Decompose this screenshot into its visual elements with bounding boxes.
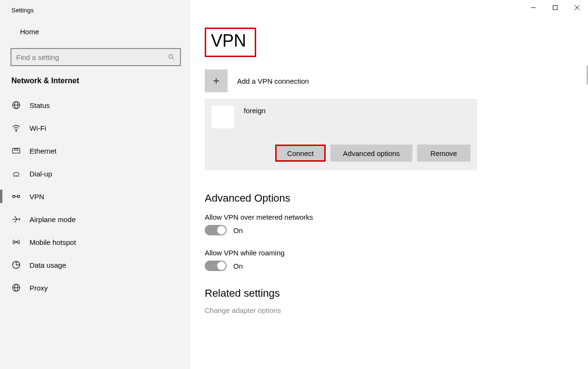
hotspot-icon: [11, 237, 21, 247]
vpn-entry-icon: [211, 106, 234, 128]
sidebar-item-hotspot[interactable]: Mobile hotspot: [0, 231, 190, 253]
ethernet-icon: [11, 146, 21, 155]
dialup-icon: [11, 169, 21, 178]
sidebar-item-wifi[interactable]: Wi-Fi: [0, 117, 190, 139]
wifi-icon: [11, 123, 21, 133]
sidebar-item-proxy[interactable]: Proxy: [0, 276, 190, 299]
svg-point-0: [169, 55, 173, 58]
related-settings-heading: Related settings: [205, 287, 588, 300]
sidebar-item-ethernet[interactable]: Ethernet: [0, 139, 190, 162]
vpn-entry[interactable]: foreign Connect Advanced options Remove: [205, 99, 477, 170]
sidebar-home-label: Home: [20, 28, 39, 36]
advanced-options-heading: Advanced Options: [205, 192, 588, 204]
sidebar-item-datausage[interactable]: Data usage: [0, 253, 190, 276]
advanced-options-button[interactable]: Advanced options: [330, 145, 412, 162]
svg-point-13: [16, 242, 17, 243]
sidebar-item-dialup[interactable]: Dial-up: [0, 162, 190, 185]
sidebar-home[interactable]: Home: [0, 23, 190, 39]
svg-line-1: [172, 58, 174, 59]
svg-point-11: [13, 195, 15, 198]
sidebar-item-status[interactable]: Status: [0, 94, 190, 117]
toggle-roaming[interactable]: [205, 261, 227, 271]
add-vpn-connection[interactable]: + Add a VPN connection: [205, 69, 588, 92]
change-adapter-options-link[interactable]: Change adapter options: [205, 306, 588, 314]
search-input[interactable]: [16, 53, 168, 61]
svg-point-9: [16, 175, 17, 176]
toggle-metered-value: On: [233, 226, 243, 234]
sidebar-item-label: Proxy: [30, 284, 48, 292]
sidebar-item-label: Dial-up: [30, 170, 52, 178]
vpn-entry-name: foreign: [244, 106, 266, 115]
globe-icon: [11, 100, 21, 110]
svg-point-8: [14, 175, 15, 176]
vpn-icon: [11, 192, 21, 201]
remove-button[interactable]: Remove: [417, 145, 470, 162]
toggle-metered[interactable]: [205, 225, 227, 235]
maximize-button[interactable]: [544, 0, 566, 15]
sidebar-item-label: VPN: [30, 193, 44, 201]
main-content: VPN + Add a VPN connection foreign Conne…: [190, 0, 588, 369]
toggle-roaming-value: On: [233, 262, 243, 270]
data-usage-icon: [11, 260, 21, 270]
sidebar-item-label: Airplane mode: [30, 215, 76, 223]
option-roaming-label: Allow VPN while roaming: [205, 249, 588, 257]
search-icon: [168, 53, 175, 61]
plus-icon: +: [205, 69, 228, 92]
svg-rect-19: [553, 6, 558, 10]
sidebar-item-label: Ethernet: [30, 147, 57, 155]
sidebar-category-header: Network & Internet: [0, 77, 190, 94]
search-box[interactable]: [10, 48, 181, 66]
svg-rect-6: [13, 148, 20, 153]
sidebar: Settings Home Network & Internet: [0, 0, 190, 369]
sidebar-item-label: Status: [30, 101, 50, 109]
svg-point-12: [18, 195, 20, 198]
airplane-icon: [11, 214, 21, 224]
sidebar-item-label: Data usage: [30, 261, 66, 269]
connect-button[interactable]: Connect: [275, 145, 326, 162]
page-title: VPN: [205, 28, 256, 57]
minimize-button[interactable]: [522, 0, 544, 15]
proxy-icon: [11, 283, 21, 292]
sidebar-item-vpn[interactable]: VPN: [0, 185, 190, 208]
window-controls: [522, 0, 588, 15]
sidebar-item-label: Mobile hotspot: [30, 238, 76, 246]
close-button[interactable]: [566, 0, 588, 15]
svg-point-5: [16, 131, 17, 132]
sidebar-item-label: Wi-Fi: [30, 124, 46, 132]
sidebar-item-airplane[interactable]: Airplane mode: [0, 208, 190, 231]
svg-rect-7: [15, 148, 18, 150]
option-metered-label: Allow VPN over metered networks: [205, 213, 588, 221]
app-name: Settings: [0, 3, 190, 23]
svg-point-10: [18, 175, 19, 176]
add-vpn-label: Add a VPN connection: [237, 77, 309, 85]
